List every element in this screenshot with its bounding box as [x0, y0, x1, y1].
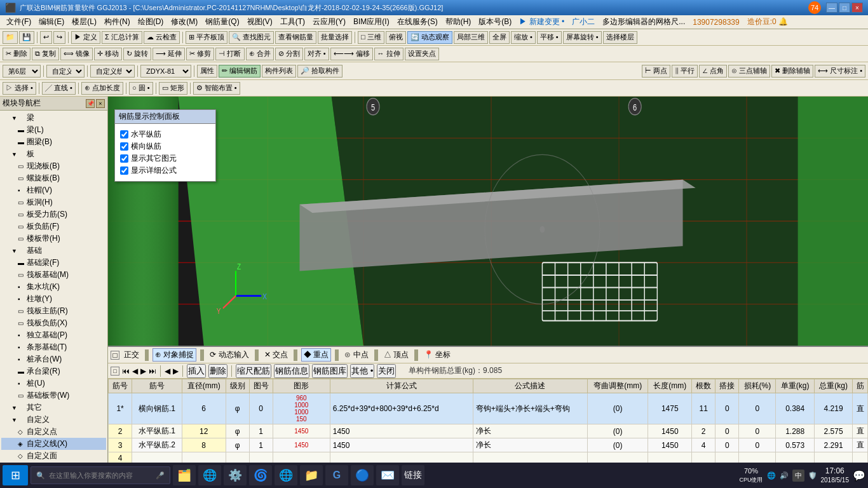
menu-floor[interactable]: 楼层(L): [68, 15, 100, 29]
tree-item[interactable]: ▪柱墩(Y): [1, 293, 106, 305]
btn-align-top[interactable]: ⊞ 平齐板顶: [186, 31, 227, 44]
snap-vertex[interactable]: △ 顶点: [382, 349, 410, 361]
task-icon-ie[interactable]: ⚙️: [224, 465, 247, 485]
table-cell[interactable]: 1450: [330, 424, 473, 438]
btn-two-points[interactable]: ⊢ 两点: [642, 65, 670, 78]
table-cell[interactable]: 960 1000 1000 150: [273, 393, 330, 424]
tree-item[interactable]: ◇自定义点: [1, 426, 106, 438]
cb-show-other[interactable]: [120, 154, 128, 163]
btn-open-folder[interactable]: 📁: [3, 31, 18, 44]
tree-item[interactable]: ▭筏板负筋(X): [1, 317, 106, 329]
table-cell[interactable]: 1.288: [776, 424, 814, 438]
btn-trim[interactable]: ✂ 修剪: [186, 48, 214, 60]
menu-view[interactable]: 视图(V): [243, 15, 276, 29]
task-icon-globe[interactable]: 🔵: [351, 465, 374, 485]
table-cell[interactable]: 1475: [648, 393, 692, 424]
btn-define[interactable]: ▶ 定义: [71, 31, 100, 44]
code-select[interactable]: ZDYX-81: [140, 65, 191, 78]
maximize-button[interactable]: □: [839, 3, 850, 13]
tree-item[interactable]: ▼基础: [1, 245, 106, 257]
table-cell[interactable]: 0: [715, 438, 739, 452]
tree-item[interactable]: ▭螺旋板(B): [1, 172, 106, 184]
table-cell[interactable]: 3: [109, 438, 132, 452]
table-cell[interactable]: 1: [249, 438, 273, 452]
floor-select[interactable]: 第6层: [3, 65, 41, 78]
snap-dynamic[interactable]: ⟳ 动态输入: [208, 349, 250, 361]
menu-polygon-editor[interactable]: 多边形编辑器的网格尺...: [599, 15, 689, 29]
tree-item[interactable]: ▭板洞(H): [1, 196, 106, 208]
ime-indicator[interactable]: 中: [792, 470, 804, 482]
btn-delete[interactable]: ✂ 删除: [3, 48, 31, 60]
btn-orbit[interactable]: 🔄 动态观察: [407, 31, 452, 44]
menu-newchange[interactable]: ▶ 新建变更 •: [515, 15, 568, 29]
btn-last[interactable]: ⏭: [149, 367, 156, 376]
tree-item[interactable]: ▼自定义: [1, 414, 106, 426]
tree-item[interactable]: ▭筏板主筋(R): [1, 305, 106, 317]
btn-fullscreen[interactable]: 全屏: [489, 31, 510, 44]
table-cell[interactable]: 水平纵筋.2: [132, 438, 182, 452]
btn-save[interactable]: 💾: [19, 31, 34, 44]
btn-rotate[interactable]: 屏幕旋转 •: [563, 31, 602, 44]
table-cell[interactable]: 1450: [330, 438, 473, 452]
btn-floor-select[interactable]: 选择楼层: [603, 31, 637, 44]
task-icon-ie3[interactable]: 🌐: [275, 465, 297, 485]
table-cell[interactable]: 0: [739, 438, 776, 452]
table-cell[interactable]: 8: [182, 438, 226, 452]
task-icon-files[interactable]: 📁: [300, 465, 323, 485]
btn-prev[interactable]: ◀: [132, 367, 138, 376]
table-row[interactable]: 1*横向钢筋.16φ0960 1000 1000 1506.25*d+39*d+…: [109, 393, 868, 424]
btn-line[interactable]: ╱ 直线 •: [42, 82, 76, 95]
btn-break[interactable]: ⊣ 打断: [215, 48, 244, 60]
btn-first[interactable]: ⏮: [122, 367, 130, 376]
table-cell[interactable]: 2.291: [814, 438, 852, 452]
btn-select[interactable]: ▷ 选择 •: [3, 82, 36, 95]
snap-midpoint[interactable]: ◆ 重点: [301, 348, 331, 362]
table-cell[interactable]: 0.573: [776, 438, 814, 452]
btn-split[interactable]: ⊘ 分割: [275, 48, 303, 60]
snap-coord[interactable]: 📍 坐标: [422, 349, 452, 361]
start-button[interactable]: ⊞: [3, 465, 28, 485]
btn-del-aux[interactable]: ✖ 删除辅轴: [771, 65, 813, 78]
tree-item[interactable]: ▬基础梁(F): [1, 257, 106, 269]
snap-object[interactable]: ⊕ 对象捕捉: [153, 348, 196, 362]
table-row[interactable]: 2水平纵筋.112φ114501450净长(0)14502001.2882.57…: [109, 424, 868, 438]
btn-scale-config[interactable]: 缩尺配筋: [236, 364, 271, 378]
table-cell[interactable]: 11: [692, 393, 715, 424]
tree-item[interactable]: ▭板负筋(F): [1, 220, 106, 233]
table-cell[interactable]: 0.384: [776, 393, 814, 424]
btn-point-angle[interactable]: ∠ 点角: [699, 65, 727, 78]
btn-undo[interactable]: ↩: [40, 31, 52, 44]
task-icon-explorer[interactable]: 🗂️: [173, 465, 196, 485]
table-cell[interactable]: 4: [692, 438, 715, 452]
table-cell[interactable]: (0): [587, 393, 648, 424]
task-icon-ie2[interactable]: 🌀: [249, 465, 272, 485]
table-cell[interactable]: 1450: [273, 438, 330, 452]
menu-guangxiao[interactable]: 广小二: [568, 15, 599, 29]
table-cell[interactable]: 直: [853, 438, 868, 452]
table-cell[interactable]: φ: [226, 438, 249, 452]
tree-item[interactable]: ▭基础板带(W): [1, 390, 106, 402]
btn-local-3d[interactable]: 局部三维: [454, 31, 488, 44]
menu-draw[interactable]: 绘图(D): [134, 15, 168, 29]
tree-item[interactable]: ▼板: [1, 148, 106, 160]
table-cell[interactable]: 0: [249, 393, 273, 424]
btn-smart-place[interactable]: ⚙ 智能布置 •: [193, 82, 240, 95]
cortana-search[interactable]: 🔍 在这里输入你要搜索的内容 🎤: [31, 466, 170, 484]
btn-next2[interactable]: ▶: [173, 367, 179, 376]
menu-phone[interactable]: 13907298339: [689, 17, 743, 28]
btn-parallel[interactable]: ∥ 平行: [672, 65, 698, 78]
table-cell[interactable]: 0: [739, 393, 776, 424]
tree-item[interactable]: ▭楼板带(H): [1, 233, 106, 245]
table-cell[interactable]: 1*: [109, 393, 132, 424]
custom-select[interactable]: 自定义: [46, 65, 85, 78]
btn-extend[interactable]: ⟶ 延伸: [153, 48, 185, 60]
btn-zoom[interactable]: 缩放 •: [511, 31, 536, 44]
btn-point-len[interactable]: ⊕ 点加长度: [81, 82, 123, 95]
table-cell[interactable]: (0): [587, 424, 648, 438]
btn-insert-row[interactable]: 插入: [187, 364, 206, 378]
table-cell[interactable]: 1450: [648, 424, 692, 438]
btn-batch-select[interactable]: 批量选择: [318, 31, 352, 44]
table-cell[interactable]: 净长: [473, 438, 587, 452]
btn-find-elem[interactable]: 🔍 查找图元: [229, 31, 274, 44]
tree-item[interactable]: ▭板受力筋(S): [1, 208, 106, 220]
